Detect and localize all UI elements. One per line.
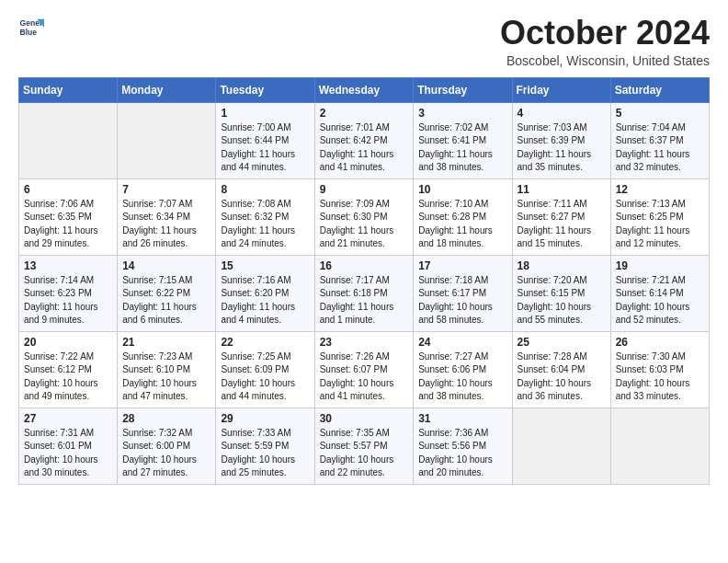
cell-info: Sunrise: 7:27 AMSunset: 6:06 PMDaylight:… [418,350,506,404]
table-row: 25Sunrise: 7:28 AMSunset: 6:04 PMDayligh… [512,331,610,408]
table-row: 12Sunrise: 7:13 AMSunset: 6:25 PMDayligh… [610,178,709,255]
cell-info: Sunrise: 7:13 AMSunset: 6:25 PMDaylight:… [616,198,704,251]
cell-info: Sunrise: 7:35 AMSunset: 5:57 PMDaylight:… [320,427,409,480]
calendar-table: Sunday Monday Tuesday Wednesday Thursday… [18,77,710,485]
logo-icon: General Blue [18,15,44,40]
day-number: 6 [24,183,112,196]
calendar-body: 1Sunrise: 7:00 AMSunset: 6:44 PMDaylight… [19,102,710,484]
day-number: 16 [320,259,409,272]
col-sunday: Sunday [19,77,118,102]
col-thursday: Thursday [414,77,512,102]
cell-info: Sunrise: 7:00 AMSunset: 6:44 PMDaylight:… [221,121,309,175]
cell-info: Sunrise: 7:28 AMSunset: 6:04 PMDaylight:… [518,350,606,404]
cell-info: Sunrise: 7:08 AMSunset: 6:32 PMDaylight:… [221,198,309,251]
day-number: 9 [320,183,409,196]
table-row: 18Sunrise: 7:20 AMSunset: 6:15 PMDayligh… [512,255,610,331]
table-row: 28Sunrise: 7:32 AMSunset: 6:00 PMDayligh… [118,408,216,484]
cell-info: Sunrise: 7:22 AMSunset: 6:12 PMDaylight:… [24,350,112,404]
table-row: 31Sunrise: 7:36 AMSunset: 5:56 PMDayligh… [414,408,512,484]
day-number: 29 [221,412,309,425]
day-number: 14 [122,259,210,272]
col-friday: Friday [512,77,610,102]
month-title: October 2024 [500,15,710,52]
logo: General Blue [18,15,44,40]
day-number: 31 [418,412,506,425]
table-row: 26Sunrise: 7:30 AMSunset: 6:03 PMDayligh… [610,331,709,408]
day-number: 30 [320,412,409,425]
cell-info: Sunrise: 7:33 AMSunset: 5:59 PMDaylight:… [221,427,309,480]
day-number: 4 [518,107,606,120]
table-row: 11Sunrise: 7:11 AMSunset: 6:27 PMDayligh… [512,178,610,255]
svg-text:Blue: Blue [20,28,38,37]
cell-info: Sunrise: 7:03 AMSunset: 6:39 PMDaylight:… [518,121,606,175]
table-row [118,102,216,178]
col-monday: Monday [118,77,216,102]
day-number: 26 [616,336,704,349]
cell-info: Sunrise: 7:32 AMSunset: 6:00 PMDaylight:… [122,427,210,480]
table-row: 10Sunrise: 7:10 AMSunset: 6:28 PMDayligh… [414,178,512,255]
table-row: 6Sunrise: 7:06 AMSunset: 6:35 PMDaylight… [19,178,118,255]
cell-info: Sunrise: 7:23 AMSunset: 6:10 PMDaylight:… [122,350,210,404]
table-row: 3Sunrise: 7:02 AMSunset: 6:41 PMDaylight… [414,102,512,178]
location-title: Boscobel, Wisconsin, United States [500,53,710,68]
cell-info: Sunrise: 7:17 AMSunset: 6:18 PMDaylight:… [320,274,409,327]
day-number: 15 [221,259,309,272]
cell-info: Sunrise: 7:20 AMSunset: 6:15 PMDaylight:… [518,274,606,327]
col-saturday: Saturday [610,77,709,102]
table-row: 24Sunrise: 7:27 AMSunset: 6:06 PMDayligh… [414,331,512,408]
table-row: 15Sunrise: 7:16 AMSunset: 6:20 PMDayligh… [216,255,314,331]
cell-info: Sunrise: 7:02 AMSunset: 6:41 PMDaylight:… [418,121,506,175]
day-number: 17 [418,259,506,272]
table-row: 21Sunrise: 7:23 AMSunset: 6:10 PMDayligh… [118,331,216,408]
table-row: 30Sunrise: 7:35 AMSunset: 5:57 PMDayligh… [314,408,414,484]
table-row: 27Sunrise: 7:31 AMSunset: 6:01 PMDayligh… [19,408,118,484]
cell-info: Sunrise: 7:07 AMSunset: 6:34 PMDaylight:… [122,198,210,251]
day-number: 13 [24,259,112,272]
table-row [610,408,709,484]
day-number: 1 [221,107,309,120]
table-row: 29Sunrise: 7:33 AMSunset: 5:59 PMDayligh… [216,408,314,484]
day-number: 7 [122,183,210,196]
day-number: 22 [221,336,309,349]
cell-info: Sunrise: 7:30 AMSunset: 6:03 PMDaylight:… [616,350,704,404]
day-number: 18 [518,259,606,272]
cell-info: Sunrise: 7:01 AMSunset: 6:42 PMDaylight:… [320,121,409,175]
day-number: 27 [24,412,112,425]
cell-info: Sunrise: 7:21 AMSunset: 6:14 PMDaylight:… [616,274,704,327]
cell-info: Sunrise: 7:31 AMSunset: 6:01 PMDaylight:… [24,427,112,480]
day-number: 23 [320,336,409,349]
header: General Blue October 2024 Boscobel, Wisc… [18,15,710,68]
table-row: 16Sunrise: 7:17 AMSunset: 6:18 PMDayligh… [314,255,414,331]
table-row: 20Sunrise: 7:22 AMSunset: 6:12 PMDayligh… [19,331,118,408]
cell-info: Sunrise: 7:15 AMSunset: 6:22 PMDaylight:… [122,274,210,327]
col-wednesday: Wednesday [314,77,414,102]
table-row: 1Sunrise: 7:00 AMSunset: 6:44 PMDaylight… [216,102,314,178]
day-number: 10 [418,183,506,196]
cell-info: Sunrise: 7:25 AMSunset: 6:09 PMDaylight:… [221,350,309,404]
table-row [512,408,610,484]
table-row: 13Sunrise: 7:14 AMSunset: 6:23 PMDayligh… [19,255,118,331]
table-row [19,102,118,178]
cell-info: Sunrise: 7:09 AMSunset: 6:30 PMDaylight:… [320,198,409,251]
day-number: 19 [616,259,704,272]
cell-info: Sunrise: 7:26 AMSunset: 6:07 PMDaylight:… [320,350,409,404]
table-row: 14Sunrise: 7:15 AMSunset: 6:22 PMDayligh… [118,255,216,331]
table-row: 2Sunrise: 7:01 AMSunset: 6:42 PMDaylight… [314,102,414,178]
table-row: 17Sunrise: 7:18 AMSunset: 6:17 PMDayligh… [414,255,512,331]
day-number: 8 [221,183,309,196]
cell-info: Sunrise: 7:06 AMSunset: 6:35 PMDaylight:… [24,198,112,251]
day-number: 2 [320,107,409,120]
day-number: 11 [518,183,606,196]
day-number: 28 [122,412,210,425]
cell-info: Sunrise: 7:16 AMSunset: 6:20 PMDaylight:… [221,274,309,327]
table-row: 23Sunrise: 7:26 AMSunset: 6:07 PMDayligh… [314,331,414,408]
cell-info: Sunrise: 7:18 AMSunset: 6:17 PMDaylight:… [418,274,506,327]
cell-info: Sunrise: 7:11 AMSunset: 6:27 PMDaylight:… [518,198,606,251]
cell-info: Sunrise: 7:14 AMSunset: 6:23 PMDaylight:… [24,274,112,327]
table-row: 9Sunrise: 7:09 AMSunset: 6:30 PMDaylight… [314,178,414,255]
table-row: 8Sunrise: 7:08 AMSunset: 6:32 PMDaylight… [216,178,314,255]
table-row: 4Sunrise: 7:03 AMSunset: 6:39 PMDaylight… [512,102,610,178]
day-number: 12 [616,183,704,196]
title-area: October 2024 Boscobel, Wisconsin, United… [500,15,710,68]
table-row: 5Sunrise: 7:04 AMSunset: 6:37 PMDaylight… [610,102,709,178]
